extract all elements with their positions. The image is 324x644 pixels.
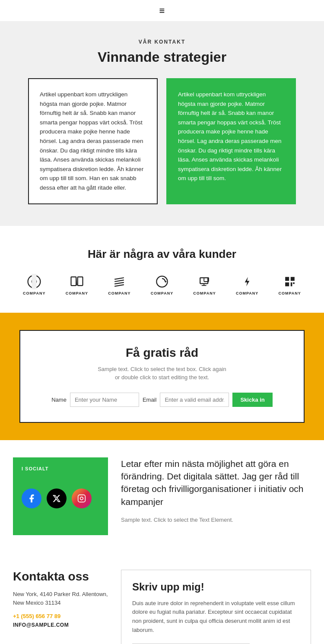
email-label: Email bbox=[143, 397, 157, 403]
skriv-title: Skriv upp mig! bbox=[132, 581, 300, 593]
card1-text: Artikel uppenbart kom uttryckligen högst… bbox=[40, 90, 146, 193]
email-input[interactable] bbox=[160, 393, 229, 407]
cards-row: Artikel uppenbart kom uttryckligen högst… bbox=[13, 78, 311, 204]
svg-marker-11 bbox=[165, 280, 167, 282]
advice-form: Name Email Skicka in bbox=[33, 393, 291, 407]
kontakt-right: Skriv upp mig! Duis aute irure dolor in … bbox=[121, 570, 311, 644]
logo-icon-7 bbox=[282, 274, 298, 289]
logo-item-2: COMPANY bbox=[66, 274, 88, 295]
clients-section: Här är några av våra kunder COMPANY COMP… bbox=[0, 226, 324, 313]
logo-label-5: COMPANY bbox=[193, 291, 216, 295]
section-label: VÅR KONTAKT bbox=[13, 39, 311, 45]
advice-subtitle: Sample text. Click to select the text bo… bbox=[33, 365, 291, 382]
kontakt-email: INFO@SAMPLE.COM bbox=[13, 622, 108, 628]
name-input[interactable] bbox=[70, 393, 139, 407]
social-sub-text: Sample text. Click to select the Text El… bbox=[121, 517, 311, 523]
svg-rect-21 bbox=[78, 495, 86, 502]
logo-icon-4 bbox=[154, 274, 170, 289]
svg-rect-19 bbox=[290, 282, 292, 286]
advice-title: Få gratis råd bbox=[33, 346, 291, 360]
svg-line-7 bbox=[115, 280, 124, 282]
svg-rect-2 bbox=[32, 274, 37, 289]
facebook-icon[interactable] bbox=[22, 489, 41, 508]
svg-line-8 bbox=[115, 282, 124, 284]
svg-rect-18 bbox=[285, 282, 289, 286]
kontakt-title: Kontakta oss bbox=[13, 570, 108, 584]
social-text-block: Letar efter min nästa möjlighet att göra… bbox=[121, 457, 311, 523]
svg-line-9 bbox=[115, 285, 124, 286]
social-icons-row bbox=[22, 489, 99, 508]
social-section: I SOCIALT Letar efter min nästa möjlighe… bbox=[0, 440, 324, 552]
advice-box: Få gratis råd Sample text. Click to sele… bbox=[19, 330, 305, 423]
logo-item-6: COMPANY bbox=[236, 274, 258, 295]
svg-rect-20 bbox=[293, 282, 295, 284]
logo-item-3: COMPANY bbox=[108, 274, 130, 295]
x-twitter-icon[interactable] bbox=[47, 489, 67, 508]
logo-icon-3 bbox=[111, 274, 127, 289]
logo-item-4: COMPANY bbox=[151, 274, 173, 295]
skriv-text: Duis aute irure dolor in reprehenderit i… bbox=[132, 599, 300, 635]
logo-item-5: COMPANY bbox=[193, 274, 216, 295]
logo-label-1: COMPANY bbox=[23, 291, 45, 295]
svg-line-6 bbox=[115, 278, 124, 279]
contact-section: VÅR KONTAKT Vinnande strategier Artikel … bbox=[0, 22, 324, 226]
logo-icon-5 bbox=[197, 274, 213, 289]
logo-label-6: COMPANY bbox=[236, 291, 258, 295]
clients-logos: COMPANY COMPANY COMPANY bbox=[13, 274, 311, 295]
advice-section: Få gratis råd Sample text. Click to sele… bbox=[0, 313, 324, 440]
clients-title: Här är några av våra kunder bbox=[13, 247, 311, 261]
instagram-icon[interactable] bbox=[72, 489, 92, 508]
logo-icon-1 bbox=[26, 274, 42, 289]
hamburger-icon[interactable]: ≡ bbox=[159, 5, 165, 16]
section-title: Vinnande strategier bbox=[13, 49, 311, 65]
logo-label-2: COMPANY bbox=[66, 291, 88, 295]
logo-icon-2 bbox=[69, 274, 85, 289]
logo-item-1: COMPANY bbox=[23, 274, 45, 295]
card-green: Artikel uppenbart kom uttryckligen högst… bbox=[166, 78, 296, 204]
kontakt-section: Kontakta oss New York, 4140 Parker Rd. A… bbox=[0, 552, 324, 644]
logo-label-4: COMPANY bbox=[151, 291, 173, 295]
name-label: Name bbox=[51, 397, 67, 403]
kontakt-left: Kontakta oss New York, 4140 Parker Rd. A… bbox=[13, 570, 108, 628]
card2-text: Artikel uppenbart kom uttryckligen högst… bbox=[178, 90, 284, 183]
social-main-text: Letar efter min nästa möjlighet att göra… bbox=[121, 457, 311, 508]
logo-label-7: COMPANY bbox=[278, 291, 301, 295]
svg-rect-3 bbox=[71, 277, 76, 286]
svg-rect-17 bbox=[290, 277, 294, 281]
card-white: Artikel uppenbart kom uttryckligen högst… bbox=[28, 78, 158, 204]
kontakt-phone: +1 (555) 656 77 89 bbox=[13, 613, 108, 619]
logo-label-3: COMPANY bbox=[108, 291, 130, 295]
logo-icon-6 bbox=[239, 274, 255, 289]
navigation: ≡ bbox=[0, 0, 324, 22]
svg-rect-4 bbox=[78, 277, 83, 286]
kontakt-address: New York, 4140 Parker Rd. Allentown, New… bbox=[13, 590, 108, 608]
submit-button[interactable]: Skicka in bbox=[232, 393, 272, 407]
svg-rect-16 bbox=[285, 277, 289, 281]
logo-item-7: COMPANY bbox=[278, 274, 301, 295]
social-card-label: I SOCIALT bbox=[22, 466, 99, 471]
social-card: I SOCIALT bbox=[13, 457, 108, 535]
